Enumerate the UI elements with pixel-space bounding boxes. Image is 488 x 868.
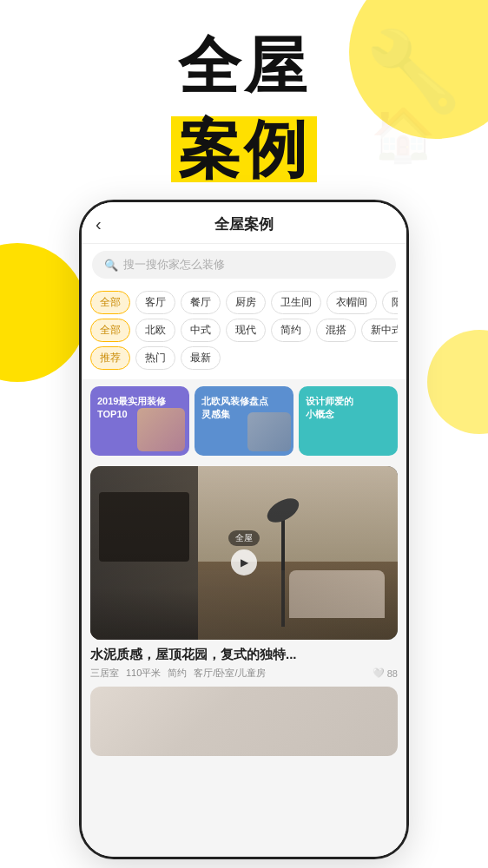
filter-tag-more-1[interactable]: 阳 xyxy=(382,291,398,314)
filter-row-3: 推荐 热门 最新 xyxy=(90,346,398,370)
article-meta: 三居室 110平米 简约 客厅/卧室/儿童房 🤍 88 xyxy=(90,667,398,680)
filter-tag-simple[interactable]: 简约 xyxy=(271,319,311,342)
deco-circle-bottom-right xyxy=(427,330,488,434)
article-info-section: 水泥质感，屋顶花园，复式的独特... 三居室 110平米 简约 客厅/卧室/儿童… xyxy=(82,640,406,683)
filter-tag-chinese[interactable]: 中式 xyxy=(181,319,221,342)
play-icon: ▶ xyxy=(241,556,248,569)
filter-tag-wardrobe[interactable]: 衣帽间 xyxy=(326,291,377,314)
second-card-image xyxy=(90,687,398,756)
phone-screen: ‹ 全屋案例 🔍 搜一搜你家怎么装修 全部 客厅 餐厅 厨房 卫生间 衣帽间 xyxy=(82,202,406,857)
main-image-section: 全屋 ▶ xyxy=(82,466,406,640)
heart-icon: 🤍 xyxy=(373,667,385,679)
hero-section: 全屋 案例 xyxy=(0,17,488,191)
main-image-card[interactable]: 全屋 ▶ xyxy=(90,466,398,640)
page-title: 全屋案例 xyxy=(214,214,274,234)
filter-tag-recommended[interactable]: 推荐 xyxy=(90,346,130,370)
filter-row-2: 全部 北欧 中式 现代 简约 混搭 新中式 xyxy=(90,319,398,342)
rooms-info: 三居室 xyxy=(90,667,119,680)
banner-text-3: 设计师爱的小概念 xyxy=(306,395,353,422)
search-bar-container: 🔍 搜一搜你家怎么装修 xyxy=(82,244,406,286)
article-title[interactable]: 水泥质感，屋顶花园，复式的独特... xyxy=(90,647,398,663)
banner-card-1[interactable]: 2019最实用装修TOP10 xyxy=(90,386,189,456)
like-count: 88 xyxy=(387,668,398,679)
filter-tag-nordic[interactable]: 北欧 xyxy=(135,319,175,342)
deco-circle-left xyxy=(0,243,87,382)
banner-section: 2019最实用装修TOP10 北欧风装修盘点灵感集 设计师爱的小概念 xyxy=(82,379,406,463)
search-icon: 🔍 xyxy=(104,259,118,272)
filter-tag-kitchen[interactable]: 厨房 xyxy=(226,291,266,314)
play-button[interactable]: ▶ xyxy=(231,549,257,575)
filter-row-1: 全部 客厅 餐厅 厨房 卫生间 衣帽间 阳 xyxy=(90,291,398,314)
filter-tag-all-1[interactable]: 全部 xyxy=(90,291,130,314)
filter-tag-bathroom[interactable]: 卫生间 xyxy=(271,291,321,314)
filter-tag-living[interactable]: 客厅 xyxy=(135,291,175,314)
background: 🔧 🏠 全屋 案例 ‹ 全屋案例 🔍 搜一搜你家怎么装修 xyxy=(0,0,488,868)
filter-section: 全部 客厅 餐厅 厨房 卫生间 衣帽间 阳 全部 北欧 中式 现代 简约 混搭 … xyxy=(82,286,406,379)
filter-tag-all-2[interactable]: 全部 xyxy=(90,319,130,342)
spaces-info: 客厅/卧室/儿童房 xyxy=(194,667,266,680)
filter-tag-hot[interactable]: 热门 xyxy=(135,346,175,370)
filter-tag-mixed[interactable]: 混搭 xyxy=(316,319,356,342)
video-label: 全屋 xyxy=(228,530,260,546)
filter-tag-dining[interactable]: 餐厅 xyxy=(181,291,221,314)
filter-tag-newest[interactable]: 最新 xyxy=(181,346,221,370)
banner-img-1 xyxy=(137,408,185,451)
filter-tag-modern[interactable]: 现代 xyxy=(226,319,266,342)
banner-card-2[interactable]: 北欧风装修盘点灵感集 xyxy=(195,386,293,456)
area-info: 110平米 xyxy=(126,667,161,680)
second-card-preview[interactable] xyxy=(90,687,398,756)
back-button[interactable]: ‹ xyxy=(96,214,102,234)
filter-tag-new-chinese[interactable]: 新中式 xyxy=(361,319,398,342)
hero-title-line2: 案例 xyxy=(171,116,317,182)
phone-header: ‹ 全屋案例 xyxy=(82,202,406,244)
like-section[interactable]: 🤍 88 xyxy=(373,667,398,679)
banner-card-3[interactable]: 设计师爱的小概念 xyxy=(299,386,398,456)
video-badge[interactable]: 全屋 ▶ xyxy=(228,530,260,575)
search-input-box[interactable]: 🔍 搜一搜你家怎么装修 xyxy=(92,251,396,279)
search-placeholder: 搜一搜你家怎么装修 xyxy=(123,257,225,273)
banner-img-2 xyxy=(247,412,291,451)
hero-title-line1: 全屋 xyxy=(0,35,488,97)
phone-mockup: ‹ 全屋案例 🔍 搜一搜你家怎么装修 全部 客厅 餐厅 厨房 卫生间 衣帽间 xyxy=(79,200,409,859)
style-info: 简约 xyxy=(168,667,187,680)
